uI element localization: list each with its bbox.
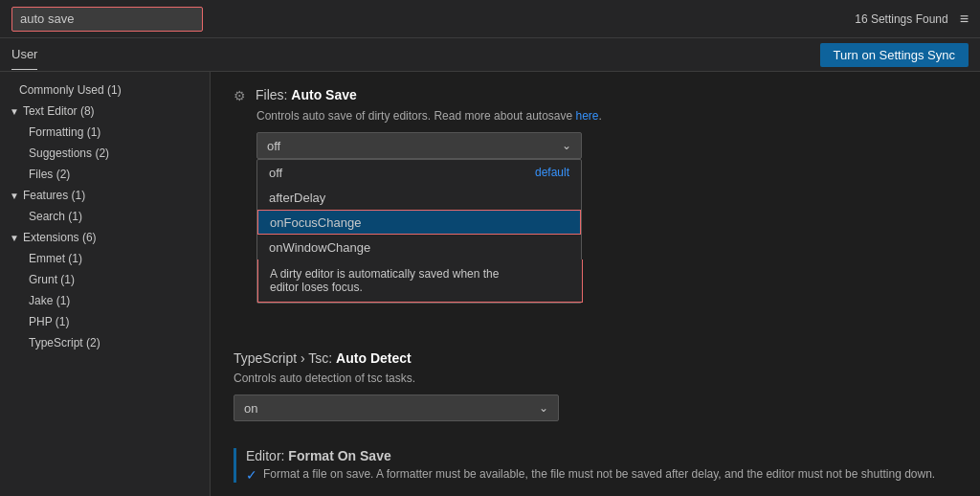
sidebar-item-php[interactable]: PHP (1): [0, 311, 210, 332]
content-area: ⚙ Files: Auto Save Controls auto save of…: [211, 72, 980, 496]
sidebar-item-features[interactable]: ▼Features (1): [0, 185, 210, 206]
autosave-title-name: Auto Save: [291, 87, 356, 102]
typescript-desc: Controls auto detection of tsc tasks.: [234, 372, 957, 385]
format-title-prefix: Editor:: [246, 448, 288, 463]
sidebar: Commonly Used (1) ▼Text Editor (8) Forma…: [0, 72, 211, 496]
dropdown-arrow-icon: ⌄: [562, 139, 571, 152]
arrow-icon-features: ▼: [10, 191, 19, 201]
sidebar-item-jake[interactable]: Jake (1): [0, 290, 210, 311]
option-off-badge: default: [535, 166, 569, 179]
autosave-header: ⚙ Files: Auto Save: [234, 87, 957, 103]
search-input[interactable]: [20, 11, 194, 26]
top-bar: 16 Settings Found ≡: [0, 0, 980, 38]
autosave-current-value: off: [267, 139, 280, 153]
tab-user[interactable]: User: [11, 39, 37, 70]
autosave-desc-link[interactable]: here: [576, 109, 599, 123]
sync-button[interactable]: Turn on Settings Sync: [820, 43, 969, 67]
format-on-save-box: Editor: Format On Save ✓ Format a file o…: [234, 448, 957, 483]
typescript-current-value: on: [244, 401, 257, 416]
autosave-dropdown-display[interactable]: off ⌄: [256, 132, 582, 159]
option-onwindowchange-label: onWindowChange: [269, 240, 370, 255]
option-onwindowchange[interactable]: onWindowChange: [257, 235, 581, 259]
menu-icon[interactable]: ≡: [960, 11, 969, 28]
option-off-label: off: [269, 166, 282, 180]
sidebar-item-formatting[interactable]: Formatting (1): [0, 122, 210, 143]
typescript-dropdown-arrow: ⌄: [539, 401, 548, 415]
tab-bar: User Turn on Settings Sync: [0, 38, 980, 72]
autosave-desc: Controls auto save of dirty editors. Rea…: [256, 109, 957, 123]
option-onfocuschange-label: onFocusChange: [270, 215, 361, 230]
option-tooltip: A dirty editor is automatically saved wh…: [257, 259, 583, 303]
autosave-dropdown-container: off ⌄ off default afterDelay onFocusChan…: [256, 132, 582, 159]
arrow-icon: ▼: [10, 106, 19, 117]
sidebar-item-extensions[interactable]: ▼Extensions (6): [0, 227, 210, 248]
sidebar-item-commonly-used[interactable]: Commonly Used (1): [0, 79, 210, 101]
option-off[interactable]: off default: [257, 160, 581, 185]
typescript-title: TypeScript › Tsc: Auto Detect: [234, 350, 412, 366]
sidebar-item-typescript[interactable]: TypeScript (2): [0, 332, 210, 353]
typescript-header: TypeScript › Tsc: Auto Detect: [234, 350, 957, 366]
sidebar-item-suggestions[interactable]: Suggestions (2): [0, 143, 210, 164]
typescript-title-name: Auto Detect: [336, 350, 412, 366]
search-box[interactable]: [11, 7, 203, 32]
gear-icon[interactable]: ⚙: [234, 88, 246, 103]
autosave-desc-text: Controls auto save of dirty editors. Rea…: [256, 109, 576, 123]
sidebar-item-search[interactable]: Search (1): [0, 206, 210, 227]
sidebar-item-text-editor[interactable]: ▼Text Editor (8): [0, 101, 210, 122]
autosave-section: ⚙ Files: Auto Save Controls auto save of…: [234, 87, 957, 159]
sidebar-item-files[interactable]: Files (2): [0, 164, 210, 185]
main-layout: Commonly Used (1) ▼Text Editor (8) Forma…: [0, 72, 980, 496]
checkmark-icon[interactable]: ✓: [246, 467, 257, 483]
format-on-save-desc: ✓ Format a file on save. A formatter mus…: [246, 467, 957, 483]
option-afterdelay-label: afterDelay: [269, 191, 325, 205]
option-onfocuschange[interactable]: onFocusChange: [257, 210, 581, 235]
format-on-save-section: Editor: Format On Save ✓ Format a file o…: [234, 448, 957, 483]
arrow-icon-extensions: ▼: [10, 233, 19, 243]
autosave-title-prefix: Files:: [256, 87, 291, 102]
format-title-name: Format On Save: [288, 448, 390, 463]
settings-found-label: 16 Settings Found: [855, 12, 947, 26]
option-afterdelay[interactable]: afterDelay: [257, 185, 581, 210]
typescript-section: TypeScript › Tsc: Auto Detect Controls a…: [234, 350, 957, 421]
autosave-dropdown-popup[interactable]: off default afterDelay onFocusChange onW…: [256, 159, 582, 304]
top-bar-right: 16 Settings Found ≡: [855, 11, 969, 28]
sidebar-item-grunt[interactable]: Grunt (1): [0, 269, 210, 290]
autosave-title: Files: Auto Save: [256, 87, 357, 102]
typescript-title-prefix: TypeScript › Tsc:: [234, 350, 336, 366]
sidebar-item-emmet[interactable]: Emmet (1): [0, 248, 210, 269]
format-on-save-title: Editor: Format On Save: [246, 448, 957, 463]
format-on-save-desc-text: Format a file on save. A formatter must …: [263, 467, 935, 481]
typescript-dropdown[interactable]: on ⌄: [234, 395, 559, 421]
